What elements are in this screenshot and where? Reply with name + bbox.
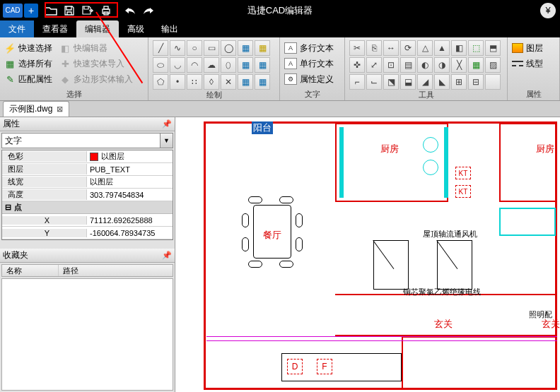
tool-10[interactable]: ✜: [349, 57, 365, 73]
chevron-down-icon[interactable]: ▼: [161, 133, 173, 148]
ribbon-group-props-label: 属性: [512, 89, 555, 100]
fav-col-path[interactable]: 路径: [59, 265, 83, 276]
close-doc-icon[interactable]: ⊠: [57, 105, 63, 114]
draw-tool-21[interactable]: ▦: [255, 74, 270, 90]
prop-lw-value[interactable]: 以图层: [87, 177, 173, 187]
tool-14[interactable]: ◐: [417, 57, 433, 73]
draw-tool-6[interactable]: ▦: [238, 40, 253, 56]
tool-11[interactable]: ⤢: [366, 57, 382, 73]
multitext-button[interactable]: 多行文本: [300, 42, 334, 54]
saveas-icon[interactable]: [79, 3, 96, 18]
draw-tool-20[interactable]: ▦: [238, 74, 253, 90]
draw-tool-19[interactable]: ✕: [221, 74, 236, 90]
label-hall-2: 玄关: [542, 318, 560, 331]
draw-tool-10[interactable]: ◠: [187, 57, 202, 73]
prop-layer-value[interactable]: PUB_TEXT: [87, 165, 173, 174]
draw-tool-13[interactable]: ▦: [238, 57, 253, 73]
match-props-button[interactable]: 匹配属性: [18, 73, 52, 85]
solid-import-button[interactable]: 快速实体导入: [74, 58, 124, 70]
tool-5[interactable]: △: [417, 40, 433, 56]
prop-height-value[interactable]: 303.797454834: [87, 191, 173, 199]
props-type-combo[interactable]: 文字: [1, 133, 161, 148]
draw-tool-17[interactable]: ∷: [187, 74, 202, 90]
tool-15[interactable]: ◑: [434, 57, 450, 73]
tool-17[interactable]: ▦: [468, 57, 484, 73]
tool-4[interactable]: ⟳: [400, 40, 416, 56]
prop-x-value[interactable]: 71112.692625888: [87, 216, 173, 225]
tool-16[interactable]: ╳: [451, 57, 467, 73]
app-title: 迅捷CAD编辑器: [247, 4, 313, 17]
tool-1[interactable]: ✂: [349, 40, 365, 56]
tool-23[interactable]: ◢: [417, 74, 433, 90]
attrdef-icon: ⚙: [284, 73, 297, 85]
draw-tool-18[interactable]: ◊: [204, 74, 219, 90]
tool-24[interactable]: ◣: [434, 74, 450, 90]
draw-tool-2[interactable]: ∿: [170, 40, 185, 56]
tab-advanced[interactable]: 高级: [119, 20, 153, 37]
match-props-icon: ✎: [4, 73, 16, 85]
quick-select-button[interactable]: 快速选择: [18, 42, 52, 54]
attrdef-button[interactable]: 属性定义: [300, 73, 334, 85]
currency-icon[interactable]: ¥: [540, 3, 556, 18]
tool-13[interactable]: ▤: [400, 57, 416, 73]
save-icon[interactable]: [61, 3, 78, 18]
tool-3[interactable]: ↔: [383, 40, 399, 56]
favorites-title: 收藏夹: [3, 249, 28, 261]
draw-tool-11[interactable]: ☁: [204, 57, 219, 73]
draw-tool-15[interactable]: ⬠: [153, 74, 168, 90]
prop-point-header: ⊟ 点: [2, 201, 173, 214]
tool-6[interactable]: ▲: [434, 40, 450, 56]
draw-tool-12[interactable]: ⬯: [221, 57, 236, 73]
pin-icon[interactable]: 📌: [162, 119, 172, 129]
tool-9[interactable]: ⬒: [485, 40, 501, 56]
layer-button[interactable]: 图层: [526, 42, 543, 54]
draw-tool-3[interactable]: ○: [187, 40, 202, 56]
tool-19[interactable]: ⌐: [349, 74, 365, 90]
draw-tool-14[interactable]: ▦: [255, 57, 270, 73]
tool-7[interactable]: ◧: [451, 40, 467, 56]
ribbon-group-text-label: 文字: [284, 89, 340, 100]
draw-tool-5[interactable]: ◯: [221, 40, 236, 56]
tool-26[interactable]: ⊟: [468, 74, 484, 90]
draw-tool-1[interactable]: ╱: [153, 40, 168, 56]
open-icon[interactable]: [42, 3, 59, 18]
favorites-list[interactable]: [1, 278, 173, 391]
fav-col-name[interactable]: 名称: [2, 265, 59, 276]
color-swatch: [90, 153, 98, 161]
tab-output[interactable]: 输出: [153, 20, 187, 37]
draw-tool-7[interactable]: ▦: [255, 40, 270, 56]
tool-20[interactable]: ⌙: [366, 74, 382, 90]
document-tab[interactable]: 示例图.dwg ⊠: [3, 101, 69, 117]
tool-21[interactable]: ⬔: [383, 74, 399, 90]
tab-viewer[interactable]: 查看器: [34, 20, 76, 37]
tool-25[interactable]: ⊞: [451, 74, 467, 90]
undo-icon[interactable]: [122, 3, 139, 18]
prop-y-value[interactable]: -160064.78934735: [87, 229, 173, 237]
tool-22[interactable]: ⬓: [400, 74, 416, 90]
select-all-button[interactable]: 选择所有: [18, 58, 52, 70]
new-button[interactable]: +: [24, 4, 38, 18]
pin-icon-2[interactable]: 📌: [162, 251, 172, 260]
label-balcony[interactable]: 阳台: [252, 121, 273, 134]
quick-editor-button[interactable]: 快编辑器: [74, 42, 107, 54]
tool-2[interactable]: ⎘: [366, 40, 382, 56]
tool-27[interactable]: [485, 74, 501, 90]
draw-tool-8[interactable]: ⬭: [153, 57, 168, 73]
drawing-canvas[interactable]: KT KT D F 阳台 厨房 厨房 餐厅 屋顶轴流通风机 铜芯聚氯乙烯绝缘电线…: [175, 117, 560, 392]
tab-editor[interactable]: 编辑器: [76, 20, 119, 37]
singletext-button[interactable]: 单行文本: [300, 58, 334, 70]
tool-12[interactable]: ⊡: [383, 57, 399, 73]
draw-tool-16[interactable]: •: [170, 74, 185, 90]
redo-icon[interactable]: [140, 3, 157, 18]
tool-8[interactable]: ⬚: [468, 40, 484, 56]
draw-tool-9[interactable]: ◡: [170, 57, 185, 73]
prop-color-value[interactable]: 以图层: [87, 151, 173, 162]
linetype-button[interactable]: 线型: [526, 58, 543, 70]
singletext-icon: A: [284, 58, 297, 69]
tool-18[interactable]: ▨: [485, 57, 501, 73]
print-icon[interactable]: [98, 3, 115, 18]
props-panel-title: 属性: [3, 118, 20, 130]
poly-import-button[interactable]: 多边形实体输入: [74, 73, 133, 85]
draw-tool-4[interactable]: ▭: [204, 40, 219, 56]
tab-file[interactable]: 文件: [0, 20, 34, 37]
